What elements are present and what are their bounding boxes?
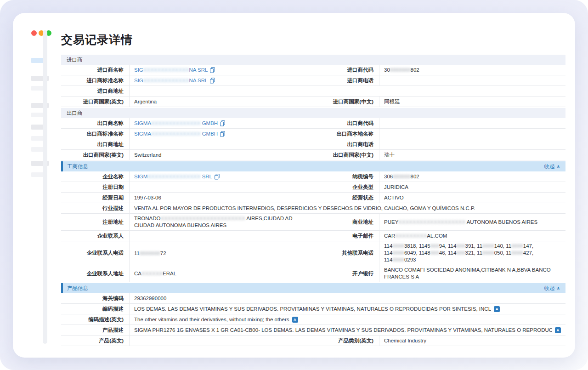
exporter-local-name-label: 出口商本地名称: [314, 129, 379, 139]
section-header-importer: 进口商: [61, 55, 565, 65]
section-header-business: 工商信息 收起 ∧: [61, 161, 565, 171]
industry-desc-label: 行业描述: [61, 203, 129, 213]
register-address-value: TRONADOXXXXXXXXXXXXXXXXXXXXXXXX AIRES,CI…: [129, 214, 314, 230]
tax-number-value: 306888888802: [379, 171, 565, 182]
exporter-phone-value: [379, 139, 565, 149]
business-address-label: 商业地址: [314, 214, 379, 230]
other-phones-value: 11488883818, 114588894, 114888391, 11888…: [379, 241, 565, 265]
exporter-name-label: 出口商名称: [61, 118, 129, 128]
importer-country-cn-label: 进口商国家(中文): [314, 97, 379, 107]
operate-date-value: 1997-03-06: [129, 193, 314, 203]
bank-value: BANCO COMAFI SOCIEDAD ANONIMA,CITIBANK N…: [379, 265, 565, 282]
table-row: 企业联系人 电子邮件 CARXXXXXXXXXAL.COM: [61, 231, 565, 241]
exporter-phone-label: 出口商电话: [314, 139, 379, 149]
table-row: 进口商标准名称 SIGXXXXXXXXXXXXXNA SRL 进口商电话: [61, 75, 565, 86]
operate-status-value: ACTIVO: [379, 193, 565, 203]
table-row: 进口商名称 SIGXXXXXXXXXXXXXNA SRL 进口商代码 30888…: [61, 65, 565, 75]
copy-icon[interactable]: [210, 67, 215, 73]
contact-person-value: [129, 231, 314, 241]
section-title: 进口商: [67, 57, 83, 63]
exporter-code-label: 出口商代码: [314, 118, 379, 128]
section-header-exporter: 出口商: [61, 108, 565, 118]
register-address-label: 注册地址: [61, 214, 129, 230]
section-title: 工商信息: [67, 163, 88, 170]
contact-address-label: 企业联系人地址: [61, 265, 129, 282]
hs-code-value: 29362990000: [129, 293, 565, 303]
tax-number-label: 纳税编号: [314, 171, 379, 182]
exporter-address-value: [129, 139, 314, 149]
business-address-value: PUEYXXXXXXXXXXXXXXXXXXX AUTONOMA BUENOS …: [379, 214, 565, 230]
translate-icon[interactable]: A: [555, 327, 561, 333]
table-row: 出口商国家(英文) Switzerland 出口商国家(中文) 瑞士: [61, 150, 565, 160]
contact-phone-value: 11888888872: [129, 241, 314, 265]
table-row: 编码描述(英文) The other vitamins and their de…: [61, 314, 565, 325]
importer-name-link[interactable]: SIGXXXXXXXXXXXXXNA SRL: [134, 67, 215, 73]
collapse-business-button[interactable]: 收起 ∧: [544, 163, 560, 170]
operate-status-label: 经营状态: [314, 193, 379, 203]
table-row: 经营日期 1997-03-06 经营状态 ACTIVO: [61, 193, 565, 203]
exporter-address-label: 出口商地址: [61, 139, 129, 149]
importer-name-label: 进口商名称: [61, 65, 129, 75]
translate-icon[interactable]: A: [292, 317, 298, 323]
register-date-value: [129, 182, 314, 192]
product-en-value: [129, 336, 314, 346]
section-header-product: 产品信息 收起 ∧: [61, 283, 565, 293]
copy-icon[interactable]: [210, 78, 215, 84]
importer-std-name-link[interactable]: SIGXXXXXXXXXXXXXNA SRL: [134, 78, 215, 84]
table-row: 产品(英文) 产品类别(英文) Chemical Industry: [61, 336, 565, 346]
contact-phone-label: 企业联系人电话: [61, 241, 129, 265]
table-row: 海关编码 29362990000: [61, 293, 565, 304]
code-desc-en-value: The other vitamins and their derivatives…: [129, 314, 565, 324]
copy-icon[interactable]: [220, 120, 225, 126]
table-row: 行业描述 VENTA AL POR MAYOR DE PRODUCTOS INT…: [61, 203, 565, 214]
code-desc-label: 编码描述: [61, 304, 129, 314]
other-phones-label: 其他联系电话: [314, 241, 379, 265]
table-row: 出口商地址 出口商电话: [61, 139, 565, 150]
copy-icon[interactable]: [215, 174, 220, 180]
chevron-up-icon: ∧: [557, 164, 560, 169]
exporter-local-name-value: [379, 129, 565, 139]
exporter-code-value: [379, 118, 565, 128]
table-row: 注册地址 TRONADOXXXXXXXXXXXXXXXXXXXXXXXX AIR…: [61, 214, 565, 231]
translate-icon[interactable]: A: [494, 306, 500, 312]
company-name-label: 企业名称: [61, 171, 129, 182]
importer-code-label: 进口商代码: [314, 65, 379, 75]
importer-code-value: 308888888802: [379, 65, 565, 75]
code-desc-value: LOS DEMAS. LAS DEMAS VITAMINAS Y SUS DER…: [129, 304, 565, 314]
operate-date-label: 经营日期: [61, 193, 129, 203]
table-row: 注册日期 企业类型 JURIDICA: [61, 182, 565, 193]
company-type-label: 企业类型: [314, 182, 379, 192]
table-row: 出口商标准名称 SIGMAXXXXXXXXXXXXXX GMBH 出口商本地名称: [61, 129, 565, 139]
exporter-std-name-link[interactable]: SIGMAXXXXXXXXXXXXXX GMBH: [134, 131, 225, 137]
importer-address-label: 进口商地址: [61, 86, 129, 96]
product-category-en-value: Chemical Industry: [379, 336, 565, 346]
email-value: CARXXXXXXXXXAL.COM: [379, 231, 565, 241]
table-row: 产品描述 SIGMA PHR1276 1G ENVASES X 1 GR CA0…: [61, 325, 565, 336]
product-en-label: 产品(英文): [61, 336, 129, 346]
exporter-country-en-value: Switzerland: [129, 150, 314, 160]
contact-person-label: 企业联系人: [61, 231, 129, 241]
importer-country-cn-value: 阿根廷: [379, 97, 565, 107]
product-desc-value: SIGMA PHR1276 1G ENVASES X 1 GR CA01-CB0…: [129, 325, 565, 335]
contact-address-value: CAXXXXXXERAL: [129, 265, 314, 282]
importer-std-name-label: 进口商标准名称: [61, 75, 129, 85]
importer-phone-label: 进口商电话: [314, 75, 379, 85]
bank-label: 开户银行: [314, 265, 379, 282]
industry-desc-value: VENTA AL POR MAYOR DE PRODUCTOS INTERMED…: [129, 203, 565, 213]
code-desc-en-label: 编码描述(英文): [61, 314, 129, 324]
table-row: 企业联系人电话 11888888872 其他联系电话 11488883818, …: [61, 241, 565, 265]
copy-icon[interactable]: [220, 131, 225, 137]
exporter-country-en-label: 出口商国家(英文): [61, 150, 129, 160]
browser-window: 交易记录详情 进口商 进口商名称 SIGXXXXXXXXXXXXXNA SRL …: [13, 13, 575, 358]
collapse-product-button[interactable]: 收起 ∧: [544, 285, 560, 292]
importer-phone-value: [379, 75, 565, 85]
importer-address-value: [129, 86, 565, 96]
table-row: 企业联系人地址 CAXXXXXXERAL 开户银行 BANCO COMAFI S…: [61, 265, 565, 282]
exporter-country-cn-label: 出口商国家(中文): [314, 150, 379, 160]
exporter-name-link[interactable]: SIGMAXXXXXXXXXXXXXX GMBH: [134, 120, 225, 126]
company-name-link[interactable]: SIGMXXXXXXXXXXXXXXX SRL: [134, 174, 220, 180]
close-button[interactable]: [31, 30, 37, 36]
table-row: 企业名称 SIGMXXXXXXXXXXXXXXX SRL 纳税编号 306888…: [61, 171, 565, 182]
importer-country-en-label: 进口商国家(英文): [61, 97, 129, 107]
scrollbar-track[interactable]: [43, 30, 47, 344]
